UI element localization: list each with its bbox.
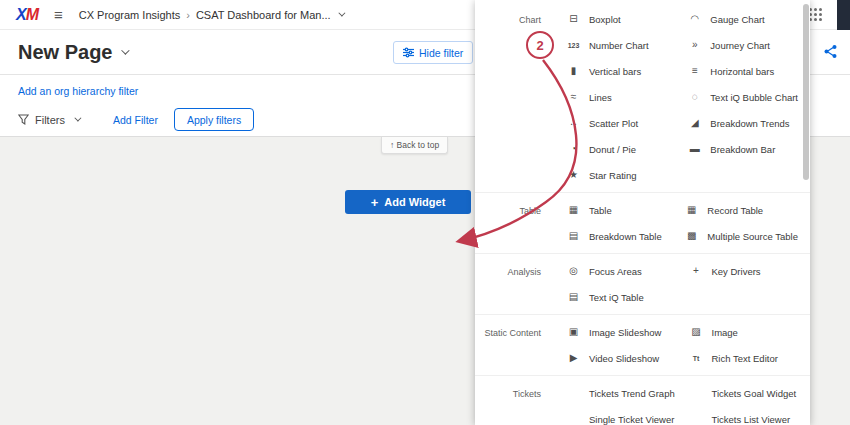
menu-item-label: Number Chart [589, 40, 649, 51]
menu-item-tickets-trend-graph[interactable]: Tickets Trend Graph [553, 380, 676, 406]
menu-item-label: Star Rating [589, 170, 637, 181]
annotation-step-circle: 2 [526, 31, 554, 59]
app-root: XM ≡ CX Program Insights › CSAT Dashboar… [0, 0, 850, 425]
menu-item-label: Multiple Source Table [707, 231, 798, 242]
menu-item-video-slideshow[interactable]: ▶Video Slideshow [553, 345, 676, 371]
xm-logo-x: X [16, 6, 26, 23]
menu-item-breakdown-table[interactable]: ▤Breakdown Table [553, 223, 671, 249]
breadcrumb-chevron-down-icon[interactable] [338, 10, 345, 17]
menu-category-label-table: Table [475, 197, 553, 249]
record-table-icon: ▦ [683, 205, 700, 215]
add-filter-link[interactable]: Add Filter [113, 114, 158, 126]
menu-item-journey-chart[interactable]: »Journey Chart [674, 32, 798, 58]
menu-section-analysis: Analysis◎Focus Areas+Key Drivers▤Text iQ… [475, 253, 810, 314]
menu-item-label: Horizontal bars [710, 66, 774, 77]
menu-section-static-content: Static Content▣Image Slideshow▨Image▶Vid… [475, 314, 810, 375]
menu-item-image-slideshow[interactable]: ▣Image Slideshow [553, 319, 676, 345]
menu-item-label: Record Table [707, 205, 763, 216]
table-icon: ▦ [565, 205, 582, 215]
menu-item-breakdown-trends[interactable]: ◢Breakdown Trends [674, 110, 798, 136]
menu-item-multiple-source-table[interactable]: ▩Multiple Source Table [671, 223, 798, 249]
menu-scrollbar-thumb[interactable] [803, 4, 809, 180]
hide-filter-label: Hide filter [419, 47, 463, 59]
star-rating-icon: ★ [565, 170, 582, 180]
menu-item-rich-text-editor[interactable]: TtRich Text Editor [676, 345, 799, 371]
filter-funnel-icon [18, 114, 29, 125]
menu-item-key-drivers[interactable]: +Key Drivers [676, 258, 799, 284]
app-grid-icon[interactable] [809, 8, 822, 21]
hide-filter-button[interactable]: Hide filter [393, 41, 473, 64]
menu-item-lines[interactable]: ≈Lines [553, 84, 674, 110]
boxplot-icon: ⊟ [565, 14, 582, 24]
menu-item-horizontal-bars[interactable]: ≡Horizontal bars [674, 58, 798, 84]
menu-item-donut-pie[interactable]: ◔Donut / Pie [553, 136, 674, 162]
filters-label: Filters [35, 114, 65, 126]
menu-item-star-rating[interactable]: ★Star Rating [553, 162, 674, 188]
menu-item-boxplot[interactable]: ⊟Boxplot [553, 6, 674, 32]
text-iq-table-icon: ▤ [565, 292, 582, 302]
menu-item-vertical-bars[interactable]: ▮Vertical bars [553, 58, 674, 84]
menu-item-breakdown-bar[interactable]: ▬Breakdown Bar [674, 136, 798, 162]
apply-filters-button[interactable]: Apply filters [174, 108, 254, 131]
annotation-step-number: 2 [536, 38, 543, 53]
menu-item-gauge-chart[interactable]: ◠Gauge Chart [674, 6, 798, 32]
page-title-chevron-down-icon[interactable] [122, 46, 130, 54]
donut-pie-icon: ◔ [565, 144, 582, 154]
page-title: New Page [18, 41, 112, 64]
menu-item-label: Tickets Trend Graph [589, 388, 675, 399]
menu-item-text-iq-bubble-chart[interactable]: ◌Text iQ Bubble Chart [674, 84, 798, 110]
scatter-plot-icon: ∴ [565, 118, 582, 128]
menu-section-tickets: TicketsTickets Trend GraphTickets Goal W… [475, 375, 810, 425]
menu-item-label: Boxplot [589, 14, 621, 25]
menu-item-label: Breakdown Table [589, 231, 662, 242]
menu-item-image[interactable]: ▨Image [676, 319, 799, 345]
menu-item-label: Lines [589, 92, 612, 103]
menu-item-record-table[interactable]: ▦Record Table [671, 197, 798, 223]
corner-panel [837, 0, 850, 30]
menu-section-table: Table▦Table▦Record Table▤Breakdown Table… [475, 192, 810, 253]
menu-item-label: Vertical bars [589, 66, 641, 77]
back-to-top-button[interactable]: ↑ Back to top [381, 137, 448, 154]
menu-item-label: Scatter Plot [589, 118, 638, 129]
menu-item-label: Video Slideshow [589, 353, 659, 364]
menu-item-number-chart[interactable]: 123Number Chart [553, 32, 674, 58]
menu-item-label: Breakdown Bar [710, 144, 775, 155]
menu-item-label: Table [589, 205, 612, 216]
menu-item-label: Rich Text Editor [712, 353, 778, 364]
breadcrumb-current[interactable]: CSAT Dashboard for Man... [196, 9, 331, 21]
org-hierarchy-filter-link[interactable]: Add an org hierarchy filter [18, 85, 138, 97]
breadcrumb-root[interactable]: CX Program Insights [79, 9, 180, 21]
text-iq-bubble-chart-icon: ◌ [686, 92, 703, 102]
menu-item-text-iq-table[interactable]: ▤Text iQ Table [553, 284, 676, 310]
menu-item-label: Donut / Pie [589, 144, 636, 155]
xm-logo-m: M [26, 6, 38, 23]
video-slideshow-icon: ▶ [565, 353, 582, 363]
menu-scrollbar[interactable] [802, 2, 809, 423]
filters-chevron-down-icon[interactable] [74, 115, 81, 122]
widget-menu-sections: Chart⊟Boxplot◠Gauge Chart123Number Chart… [475, 0, 810, 425]
lines-icon: ≈ [565, 92, 582, 102]
add-widget-label: Add Widget [384, 196, 445, 208]
xm-logo[interactable]: XM [16, 6, 38, 24]
menu-item-tickets-goal-widget[interactable]: Tickets Goal Widget [676, 380, 799, 406]
image-slideshow-icon: ▣ [565, 327, 582, 337]
menu-item-tickets-list-viewer[interactable]: Tickets List Viewer [676, 406, 799, 425]
menu-item-focus-areas[interactable]: ◎Focus Areas [553, 258, 676, 284]
menu-item-label: Journey Chart [710, 40, 770, 51]
focus-areas-icon: ◎ [565, 266, 582, 276]
rich-text-editor-icon: Tt [688, 355, 705, 362]
menu-item-table[interactable]: ▦Table [553, 197, 671, 223]
plus-icon: + [371, 196, 379, 209]
menu-item-label: Image Slideshow [589, 327, 661, 338]
add-widget-button[interactable]: + Add Widget [345, 190, 471, 214]
menu-item-label: Text iQ Table [589, 292, 644, 303]
share-icon[interactable] [823, 44, 838, 59]
menu-item-label: Focus Areas [589, 266, 642, 277]
menu-item-label: Tickets List Viewer [712, 414, 791, 425]
menu-item-single-ticket-viewer[interactable]: Single Ticket Viewer [553, 406, 676, 425]
multiple-source-table-icon: ▩ [683, 231, 700, 241]
menu-item-scatter-plot[interactable]: ∴Scatter Plot [553, 110, 674, 136]
menu-item-label: Single Ticket Viewer [589, 414, 674, 425]
widget-type-menu: Chart⊟Boxplot◠Gauge Chart123Number Chart… [475, 0, 810, 425]
hamburger-menu-icon[interactable]: ≡ [54, 7, 63, 22]
